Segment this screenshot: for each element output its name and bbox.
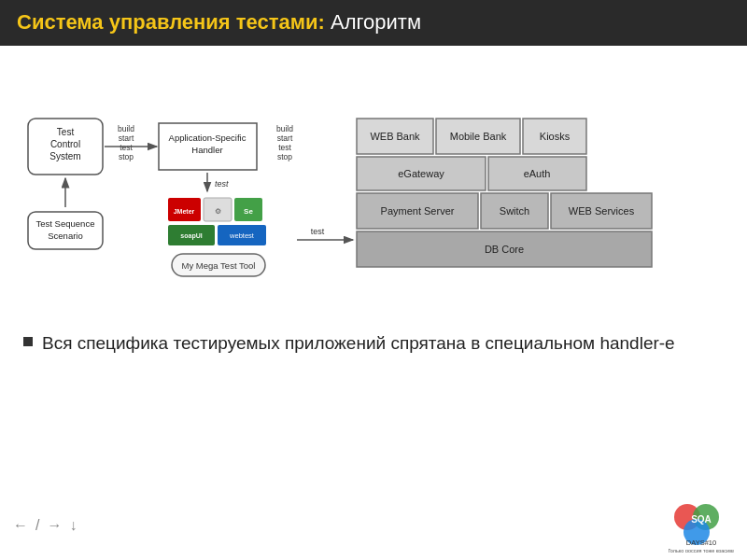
footer: ← / → ↓ SQA DAYS#10 Только россия тоже к… [0,498,747,553]
svg-text:build: build [276,124,293,133]
svg-text:eGateway: eGateway [398,168,444,179]
svg-text:SQA: SQA [691,514,712,525]
sqa-logo: SQA DAYS#10 Только россия тоже красива [669,498,734,553]
footer-nav[interactable]: ← / → ↓ [13,517,77,534]
page-header: Система управления тестами: Алгоритм [0,0,747,46]
svg-text:stop: stop [119,152,134,161]
svg-text:soapUI: soapUI [180,232,202,240]
svg-text:start: start [277,133,293,143]
nav-edit[interactable]: / [35,517,39,534]
bullet-text: Вся специфика тестируемых приложений спр… [42,331,675,357]
svg-text:JMeter: JMeter [174,208,195,215]
bullet-section: Вся специфика тестируемых приложений спр… [0,331,747,357]
svg-text:⚙: ⚙ [215,207,221,216]
svg-text:test: test [215,179,229,189]
svg-text:build: build [118,124,134,133]
diagram-svg: Test Control System Test Sequence Scenar… [19,63,728,305]
svg-text:webtest: webtest [229,231,255,240]
nav-forward[interactable]: → [47,517,62,534]
header-normal: Алгоритм [325,10,421,34]
svg-text:Kiosks: Kiosks [540,131,571,142]
svg-text:Control: Control [50,139,80,149]
header-bold: Система управления тестами: [17,10,325,34]
main-content: Test Control System Test Sequence Scenar… [0,46,747,315]
svg-text:stop: stop [277,152,292,161]
svg-text:Test Sequence: Test Sequence [36,218,95,229]
svg-text:test: test [278,143,291,152]
svg-text:Handler: Handler [191,145,222,155]
svg-text:test: test [311,227,325,236]
svg-text:Scenario: Scenario [48,231,83,241]
svg-text:Test: Test [57,127,75,137]
svg-text:DB Core: DB Core [485,244,524,255]
bullet-item: Вся специфика тестируемых приложений спр… [23,331,747,357]
svg-text:Se: Se [244,207,253,216]
nav-back[interactable]: ← [13,517,28,534]
svg-text:WEB Services: WEB Services [569,205,635,217]
svg-text:Application-Specific: Application-Specific [169,133,247,143]
svg-text:Mobile Bank: Mobile Bank [450,131,507,142]
svg-text:WEB Bank: WEB Bank [370,131,420,142]
svg-text:My Mega Test Tool: My Mega Test Tool [182,260,256,271]
svg-text:test: test [120,143,133,152]
svg-text:eAuth: eAuth [524,168,551,179]
svg-text:System: System [49,151,80,161]
svg-text:start: start [119,133,134,143]
svg-text:DAYS#10: DAYS#10 [686,539,716,547]
svg-text:Payment Server: Payment Server [381,205,455,217]
bullet-icon [23,337,33,346]
svg-text:Switch: Switch [500,205,529,217]
svg-text:Только россия тоже красива: Только россия тоже красива [669,548,734,553]
nav-down[interactable]: ↓ [69,517,77,534]
